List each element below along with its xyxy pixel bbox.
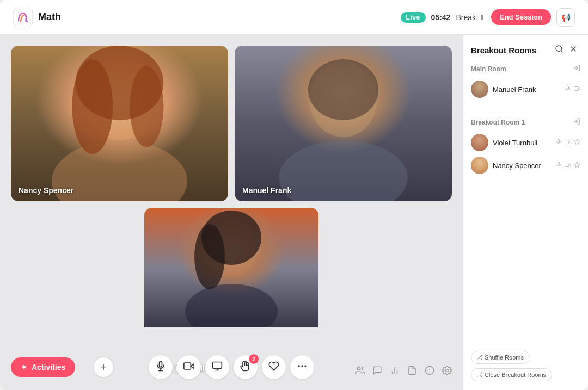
manuel-video (235, 46, 452, 201)
svg-point-22 (298, 366, 299, 367)
video-area: Nancy Spencer Manuel Frank (0, 35, 463, 390)
violet-star-icon[interactable] (574, 139, 580, 147)
svg-point-8 (279, 140, 407, 201)
end-session-button[interactable]: End Session (491, 9, 551, 25)
video-tile-violet[interactable]: Violet Turnbull (144, 208, 318, 379)
video-row-top: Nancy Spencer Manuel Frank (11, 46, 452, 201)
heart-button[interactable] (262, 355, 286, 379)
activities-label: Activities (32, 363, 65, 372)
panel-header: Breakout Rooms (471, 44, 580, 57)
violet-silhouette (144, 208, 318, 327)
breakout-panel: Breakout Rooms Main Room Manuel Frank (463, 35, 588, 390)
logo-wrap: Math (13, 8, 61, 27)
breakout-room1-join-button[interactable] (573, 117, 580, 127)
manuel-video-icon (574, 85, 580, 94)
svg-rect-40 (565, 140, 569, 144)
svg-point-30 (446, 369, 449, 372)
chat-icon[interactable] (372, 366, 382, 378)
app-logo-icon (13, 8, 33, 27)
add-button[interactable]: + (93, 356, 114, 378)
room-divider (471, 113, 580, 113)
violet-panel-name: Violet Turnbull (493, 139, 551, 147)
camera-button[interactable] (177, 355, 201, 379)
svg-line-32 (561, 51, 562, 52)
search-button[interactable] (552, 44, 566, 57)
svg-rect-0 (13, 8, 33, 27)
raise-hand-button[interactable]: 2 (234, 355, 258, 379)
header-right: Live 05:42 Break ⏸ End Session 📢 (401, 8, 575, 27)
participant-row-nancy: Nancy Spencer (471, 154, 580, 177)
main-room-label: Main Room (471, 64, 580, 73)
nancy-video-icon (565, 162, 571, 170)
svg-rect-37 (574, 86, 579, 90)
break-label: Break (456, 13, 476, 22)
manuel-mic-icon (565, 85, 571, 94)
bottom-right-icons (355, 366, 452, 378)
screen-share-button[interactable] (205, 355, 229, 379)
main-room-section: Main Room Manuel Frank (471, 64, 580, 101)
violet-mic-icon (555, 139, 562, 147)
close-rooms-label: Close Breakout Rooms (485, 372, 546, 378)
svg-point-11 (194, 224, 225, 289)
screen-icon (212, 361, 223, 374)
toolbar-controls: 2 (149, 355, 314, 379)
breakout-room1-label: Breakout Room 1 (471, 117, 580, 127)
nancy-name-label: Nancy Spencer (19, 186, 74, 195)
main-room-join-button[interactable] (573, 64, 580, 73)
participant-row-violet: Violet Turnbull (471, 131, 580, 154)
pause-icon: ⏸ (479, 13, 486, 21)
live-badge: Live (401, 12, 426, 23)
main-room-title: Main Room (471, 65, 506, 73)
video-tile-manuel[interactable]: Manuel Frank (235, 46, 452, 201)
chart-icon[interactable] (390, 366, 400, 378)
svg-point-5 (130, 66, 163, 147)
document-icon[interactable] (407, 366, 417, 378)
violet-video (144, 208, 318, 327)
svg-point-12 (185, 284, 278, 327)
svg-point-7 (308, 59, 378, 120)
svg-rect-43 (565, 163, 569, 166)
more-button[interactable] (290, 355, 314, 379)
hand-badge: 2 (249, 354, 259, 364)
session-timer: 05:42 (431, 13, 451, 22)
sparkle-icon: ✦ (21, 363, 27, 372)
svg-rect-17 (213, 362, 222, 368)
nancy-icons (555, 162, 580, 170)
more-icon (297, 361, 308, 374)
activities-button[interactable]: ✦ Activities (11, 357, 75, 377)
info-icon[interactable] (425, 366, 434, 378)
participants-icon[interactable] (355, 366, 365, 378)
breakout-room1-section: Breakout Room 1 Violet Turnbull (471, 117, 580, 177)
break-button[interactable]: Break ⏸ (456, 13, 486, 22)
avatar-manuel (471, 81, 488, 98)
nancy-star-icon[interactable] (574, 162, 580, 170)
svg-rect-36 (567, 86, 569, 89)
panel-footer: Shuffle Rooms Close Breakout Rooms (471, 343, 580, 381)
breakout-room1-title: Breakout Room 1 (471, 119, 525, 126)
mic-icon (155, 361, 166, 374)
header: Math Live 05:42 Break ⏸ End Session 📢 (0, 0, 588, 35)
shuffle-rooms-button[interactable]: Shuffle Rooms (471, 351, 530, 364)
svg-point-23 (357, 367, 360, 370)
announce-button[interactable]: 📢 (556, 8, 575, 27)
panel-title: Breakout Rooms (471, 46, 552, 55)
mic-button[interactable] (149, 355, 173, 379)
svg-rect-16 (184, 363, 191, 369)
close-breakout-button[interactable]: Close Breakout Rooms (471, 368, 552, 381)
avatar-violet (471, 134, 488, 151)
close-panel-button[interactable] (566, 44, 580, 57)
nancy-panel-name: Nancy Spencer (493, 162, 551, 170)
app-title: Math (38, 11, 61, 23)
avatar-nancy (471, 157, 488, 174)
svg-point-20 (302, 366, 303, 367)
video-tile-nancy[interactable]: Nancy Spencer (11, 46, 228, 201)
announce-icon: 📢 (561, 13, 571, 22)
nancy-silhouette (11, 46, 228, 201)
manuel-panel-name: Manuel Frank (493, 85, 560, 94)
heart-icon (268, 361, 279, 374)
nancy-mic-icon (555, 162, 562, 170)
shuffle-label: Shuffle Rooms (485, 354, 524, 361)
violet-icons (555, 139, 580, 147)
settings-icon[interactable] (442, 366, 452, 378)
hand-icon (240, 361, 251, 374)
